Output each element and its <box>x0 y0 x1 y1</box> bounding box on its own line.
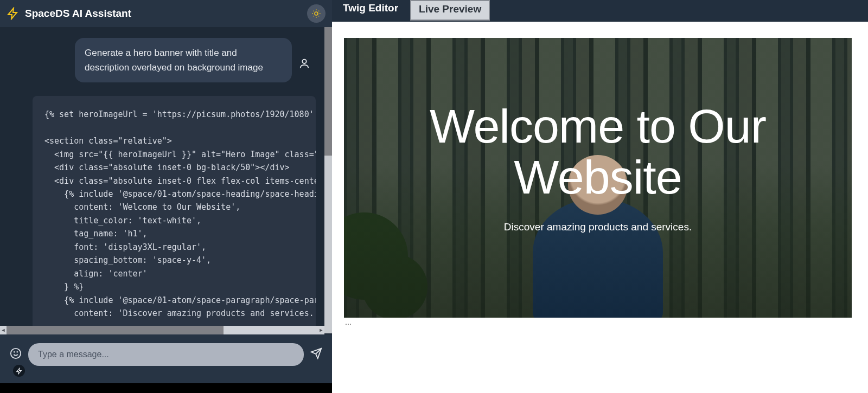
preview-panel: Twig Editor Live Preview Welcome to Our … <box>332 0 868 393</box>
user-icon <box>298 57 310 72</box>
vertical-scrollbar[interactable] <box>324 27 332 333</box>
code-response-block[interactable]: {% set heroImageUrl = 'https://picsum.ph… <box>33 96 316 326</box>
svg-point-4 <box>17 352 17 352</box>
user-message-bubble: Generate a hero banner with title and de… <box>75 38 292 82</box>
sun-icon <box>311 9 321 18</box>
svg-point-2 <box>11 349 21 358</box>
scroll-left-arrow[interactable]: ◄ <box>0 326 7 334</box>
overflow-ellipsis: ... <box>344 318 852 326</box>
svg-point-1 <box>302 60 306 63</box>
user-message-row: Generate a hero banner with title and de… <box>5 38 327 82</box>
horizontal-scrollbar[interactable]: ◄ ► <box>0 326 324 334</box>
horizontal-scrollbar-thumb[interactable] <box>7 326 224 334</box>
scroll-right-arrow[interactable]: ► <box>318 326 324 334</box>
hero-title: Welcome to Our Website <box>344 101 852 203</box>
bolt-icon <box>7 7 20 20</box>
preview-body: Welcome to Our Website Discover amazing … <box>332 22 868 393</box>
chat-scroll-area[interactable]: Generate a hero banner with title and de… <box>0 27 332 326</box>
svg-point-3 <box>14 352 15 352</box>
preview-tab-bar: Twig Editor Live Preview <box>332 0 868 22</box>
message-input[interactable] <box>28 343 304 366</box>
theme-toggle-button[interactable] <box>307 4 326 23</box>
svg-point-0 <box>315 12 318 15</box>
app-title: SpaceDS AI Assistant <box>25 8 302 20</box>
bolt-badge-icon <box>13 365 25 377</box>
message-input-bar <box>0 334 332 383</box>
send-icon[interactable] <box>310 347 322 362</box>
tab-twig-editor[interactable]: Twig Editor <box>343 0 398 14</box>
hero-banner: Welcome to Our Website Discover amazing … <box>344 38 852 318</box>
hero-subtitle: Discover amazing products and services. <box>504 221 692 233</box>
tab-live-preview[interactable]: Live Preview <box>410 0 490 21</box>
emoji-icon[interactable] <box>10 347 22 362</box>
footer-strip <box>0 383 332 393</box>
header-bar: SpaceDS AI Assistant <box>0 0 332 27</box>
assistant-panel: SpaceDS AI Assistant Generate a hero ban… <box>0 0 332 393</box>
vertical-scrollbar-thumb[interactable] <box>324 27 332 156</box>
